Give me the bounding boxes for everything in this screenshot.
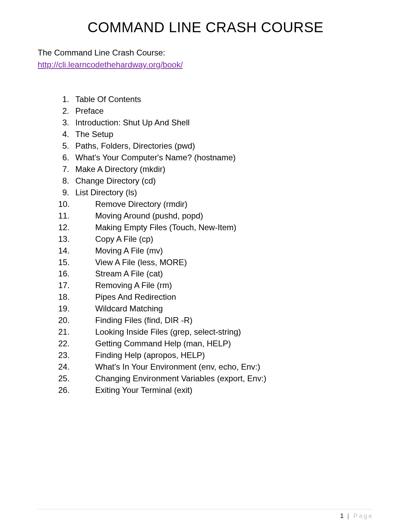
- toc-item: 11Moving Around (pushd, popd): [58, 210, 373, 222]
- toc-item-label: Moving Around (pushd, popd): [95, 210, 203, 222]
- footer-rule: [38, 509, 373, 509]
- toc-item-number: 4: [58, 128, 71, 140]
- toc-item-number: 15: [58, 257, 73, 268]
- toc-item-number: 5: [58, 140, 71, 152]
- toc-item-gap: [73, 326, 95, 338]
- toc-item: 12Making Empty Files (Touch, New-Item): [58, 222, 373, 233]
- toc-item: 17Removing A File (rm): [58, 280, 373, 291]
- toc-item-number: 10: [58, 198, 73, 210]
- table-of-contents: 1Table Of Contents2Preface3Introduction:…: [38, 94, 373, 396]
- toc-item-label: Pipes And Redirection: [95, 291, 176, 303]
- toc-item: 19Wildcard Matching: [58, 303, 373, 314]
- toc-item: 23Finding Help (apropos, HELP): [58, 349, 373, 361]
- toc-item: 16Stream A File (cat): [58, 268, 373, 280]
- toc-item: 15View A File (less, MORE): [58, 257, 373, 268]
- toc-item: 4The Setup: [58, 128, 373, 140]
- toc-item-label: What's In Your Environment (env, echo, E…: [95, 361, 260, 373]
- toc-item-number: 12: [58, 222, 73, 233]
- toc-item-label: Finding Help (apropos, HELP): [95, 349, 205, 361]
- intro-text: The Command Line Crash Course:: [38, 47, 373, 58]
- toc-item-gap: [73, 303, 95, 314]
- footer-page-label: Page: [353, 512, 373, 519]
- toc-item-number: 8: [58, 175, 71, 187]
- toc-item-label: Getting Command Help (man, HELP): [95, 338, 231, 349]
- toc-item-gap: [73, 338, 95, 349]
- toc-item: 5Paths, Folders, Directories (pwd): [58, 140, 373, 152]
- toc-item-label: Removing A File (rm): [95, 280, 172, 291]
- toc-item-number: 11: [58, 210, 73, 222]
- toc-item-gap: [73, 314, 95, 326]
- toc-item-label: Remove Directory (rmdir): [95, 198, 187, 210]
- toc-item-gap: [73, 245, 95, 257]
- toc-item: 18Pipes And Redirection: [58, 291, 373, 303]
- toc-item-gap: [71, 94, 75, 105]
- toc-item: 22Getting Command Help (man, HELP): [58, 338, 373, 349]
- toc-item-label: Changing Environment Variables (export, …: [95, 373, 266, 384]
- toc-item-gap: [73, 222, 95, 233]
- toc-item-number: 25: [58, 373, 73, 384]
- toc-item: 8Change Directory (cd): [58, 175, 373, 187]
- toc-item-number: 3: [58, 117, 71, 128]
- toc-item: 6What's Your Computer's Name? (hostname): [58, 152, 373, 163]
- toc-item-gap: [71, 163, 75, 175]
- toc-item-label: Moving A File (mv): [95, 245, 163, 257]
- toc-item-gap: [73, 373, 95, 384]
- toc-item: 1Table Of Contents: [58, 94, 373, 105]
- toc-item: 2Preface: [58, 105, 373, 117]
- toc-item-label: Table Of Contents: [75, 94, 141, 105]
- toc-item-gap: [73, 210, 95, 222]
- toc-item: 7Make A Directory (mkdir): [58, 163, 373, 175]
- toc-item-gap: [71, 105, 75, 117]
- toc-item-label: Paths, Folders, Directories (pwd): [75, 140, 195, 152]
- toc-item: 13Copy A File (cp): [58, 233, 373, 245]
- toc-item-label: Making Empty Files (Touch, New-Item): [95, 222, 236, 233]
- toc-item-gap: [73, 233, 95, 245]
- toc-item-number: 20: [58, 314, 73, 326]
- toc-item-number: 2: [58, 105, 71, 117]
- toc-item-number: 7: [58, 163, 71, 175]
- toc-item-label: Preface: [75, 105, 104, 117]
- toc-item-number: 26: [58, 384, 73, 396]
- toc-item-number: 18: [58, 291, 73, 303]
- toc-item-number: 21: [58, 326, 73, 338]
- toc-item-gap: [71, 152, 75, 163]
- page-footer: 1 | Page: [340, 512, 373, 520]
- toc-item-number: 13: [58, 233, 73, 245]
- toc-item-number: 22: [58, 338, 73, 349]
- toc-item-gap: [73, 361, 95, 373]
- toc-item-gap: [73, 280, 95, 291]
- toc-item: 25Changing Environment Variables (export…: [58, 373, 373, 384]
- toc-item-label: Copy A File (cp): [95, 233, 153, 245]
- toc-item-number: 17: [58, 280, 73, 291]
- toc-item-gap: [73, 349, 95, 361]
- toc-item-gap: [73, 384, 95, 396]
- toc-item-label: Make A Directory (mkdir): [75, 163, 165, 175]
- toc-item-label: Change Directory (cd): [75, 175, 156, 187]
- toc-item: 10Remove Directory (rmdir): [58, 198, 373, 210]
- toc-item-label: List Directory (ls): [75, 187, 137, 198]
- toc-item-gap: [71, 175, 75, 187]
- toc-item: 21Looking Inside Files (grep, select-str…: [58, 326, 373, 338]
- toc-item-gap: [73, 291, 95, 303]
- toc-item-number: 23: [58, 349, 73, 361]
- toc-item-label: What's Your Computer's Name? (hostname): [75, 152, 236, 163]
- toc-item-label: Wildcard Matching: [95, 303, 163, 314]
- toc-item-gap: [73, 257, 95, 268]
- toc-item-label: Exiting Your Terminal (exit): [95, 384, 192, 396]
- toc-item: 9List Directory (ls): [58, 187, 373, 198]
- source-link[interactable]: http://cli.learncodethehardway.org/book/: [38, 60, 183, 70]
- page-title: COMMAND LINE CRASH COURSE: [38, 19, 373, 36]
- toc-item-gap: [71, 128, 75, 140]
- toc-item-gap: [71, 140, 75, 152]
- footer-separator: |: [347, 512, 350, 519]
- toc-item-gap: [73, 268, 95, 280]
- page-number: 1: [340, 512, 344, 519]
- toc-item-label: The Setup: [75, 128, 113, 140]
- toc-item-gap: [73, 198, 95, 210]
- toc-item-label: Introduction: Shut Up And Shell: [75, 117, 190, 128]
- toc-item-number: 24: [58, 361, 73, 373]
- toc-item-number: 14: [58, 245, 73, 257]
- toc-item-label: Stream A File (cat): [95, 268, 163, 280]
- toc-item: 20Finding Files (find, DIR -R): [58, 314, 373, 326]
- toc-item: 3Introduction: Shut Up And Shell: [58, 117, 373, 128]
